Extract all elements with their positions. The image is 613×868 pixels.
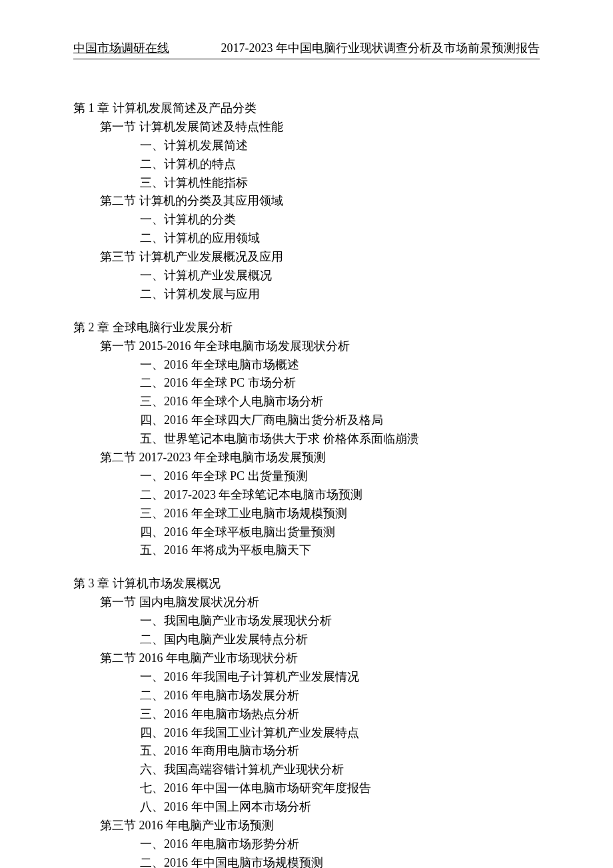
section-title: 第二节 2016 年电脑产业市场现状分析 xyxy=(100,649,540,668)
toc-item: 八、2016 年中国上网本市场分析 xyxy=(140,798,540,817)
toc-item: 一、我国电脑产业市场发展现状分析 xyxy=(140,612,540,631)
chapter-title: 第 2 章 全球电脑行业发展分析 xyxy=(73,319,540,337)
toc-item: 四、2016 年全球四大厂商电脑出货分析及格局 xyxy=(140,411,540,430)
section-title: 第二节 计算机的分类及其应用领域 xyxy=(100,192,540,211)
toc-item: 一、计算机发展简述 xyxy=(140,137,540,155)
toc-item: 一、2016 年我国电子计算机产业发展情况 xyxy=(140,668,540,687)
toc-item: 五、2016 年商用电脑市场分析 xyxy=(140,742,540,761)
chapter-title: 第 1 章 计算机发展简述及产品分类 xyxy=(73,99,540,118)
toc-item: 一、计算机产业发展概况 xyxy=(140,267,540,285)
section-title: 第二节 2017-2023 年全球电脑市场发展预测 xyxy=(100,449,540,467)
section-title: 第三节 计算机产业发展概况及应用 xyxy=(100,248,540,267)
chapter: 第 2 章 全球电脑行业发展分析第一节 2015-2016 年全球电脑市场发展现… xyxy=(73,319,540,561)
toc-item: 一、计算机的分类 xyxy=(140,211,540,229)
toc-item: 一、2016 年全球 PC 出货量预测 xyxy=(140,467,540,486)
toc-item: 二、2017-2023 年全球笔记本电脑市场预测 xyxy=(140,486,540,505)
document-page: 中国市场调研在线 2017-2023 年中国电脑行业现状调查分析及市场前景预测报… xyxy=(0,0,613,868)
toc-item: 三、2016 年电脑市场热点分析 xyxy=(140,705,540,724)
toc-item: 四、2016 年我国工业计算机产业发展特点 xyxy=(140,724,540,743)
section-title: 第一节 计算机发展简述及特点性能 xyxy=(100,118,540,137)
toc-item: 二、计算机的应用领域 xyxy=(140,229,540,248)
toc-item: 七、2016 年中国一体电脑市场研究年度报告 xyxy=(140,779,540,798)
toc-item: 四、2016 年全球平板电脑出货量预测 xyxy=(140,523,540,542)
section-title: 第三节 2016 年电脑产业市场预测 xyxy=(100,817,540,835)
toc-item: 二、2016 年中国电脑市场规模预测 xyxy=(140,854,540,868)
toc-item: 三、2016 年全球个人电脑市场分析 xyxy=(140,393,540,411)
chapter: 第 1 章 计算机发展简述及产品分类第一节 计算机发展简述及特点性能一、计算机发… xyxy=(73,99,540,304)
header-left: 中国市场调研在线 xyxy=(73,40,169,56)
toc-item: 二、2016 年电脑市场发展分析 xyxy=(140,687,540,705)
header-right: 2017-2023 年中国电脑行业现状调查分析及市场前景预测报告 xyxy=(221,40,540,56)
section-title: 第一节 2015-2016 年全球电脑市场发展现状分析 xyxy=(100,337,540,356)
toc-item: 五、2016 年将成为平板电脑天下 xyxy=(140,541,540,560)
toc-item: 六、我国高端容错计算机产业现状分析 xyxy=(140,761,540,779)
chapter: 第 3 章 计算机市场发展概况第一节 国内电脑发展状况分析一、我国电脑产业市场发… xyxy=(73,575,540,868)
table-of-contents: 第 1 章 计算机发展简述及产品分类第一节 计算机发展简述及特点性能一、计算机发… xyxy=(73,99,540,868)
toc-item: 二、国内电脑产业发展特点分析 xyxy=(140,631,540,649)
section-title: 第一节 国内电脑发展状况分析 xyxy=(100,593,540,612)
toc-item: 三、计算机性能指标 xyxy=(140,174,540,193)
toc-item: 二、2016 年全球 PC 市场分析 xyxy=(140,374,540,393)
toc-item: 三、2016 年全球工业电脑市场规模预测 xyxy=(140,505,540,523)
toc-item: 二、计算机的特点 xyxy=(140,155,540,174)
toc-item: 二、计算机发展与应用 xyxy=(140,285,540,304)
page-header: 中国市场调研在线 2017-2023 年中国电脑行业现状调查分析及市场前景预测报… xyxy=(73,40,540,59)
chapter-title: 第 3 章 计算机市场发展概况 xyxy=(73,575,540,593)
toc-item: 五、世界笔记本电脑市场供大于求 价格体系面临崩溃 xyxy=(140,430,540,449)
toc-item: 一、2016 年全球电脑市场概述 xyxy=(140,356,540,375)
toc-item: 一、2016 年电脑市场形势分析 xyxy=(140,835,540,854)
